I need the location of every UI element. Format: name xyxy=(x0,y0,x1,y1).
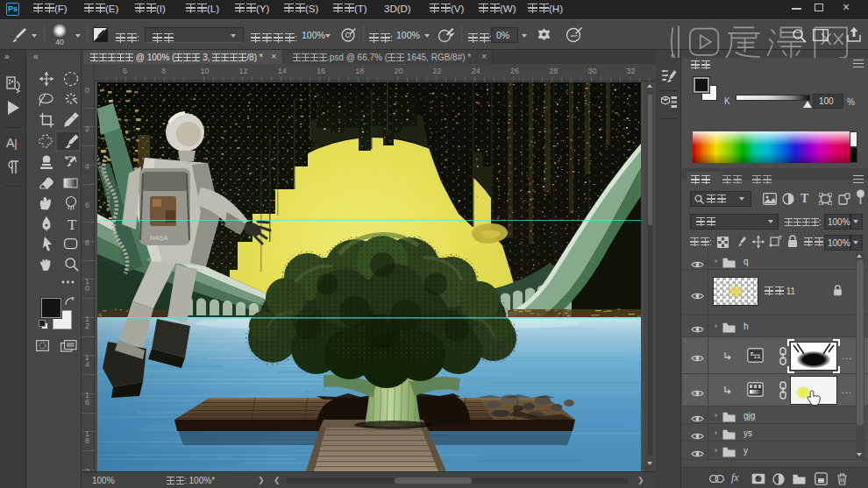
svg-text:NASA: NASA xyxy=(150,234,167,242)
svg-text:T: T xyxy=(68,216,77,233)
